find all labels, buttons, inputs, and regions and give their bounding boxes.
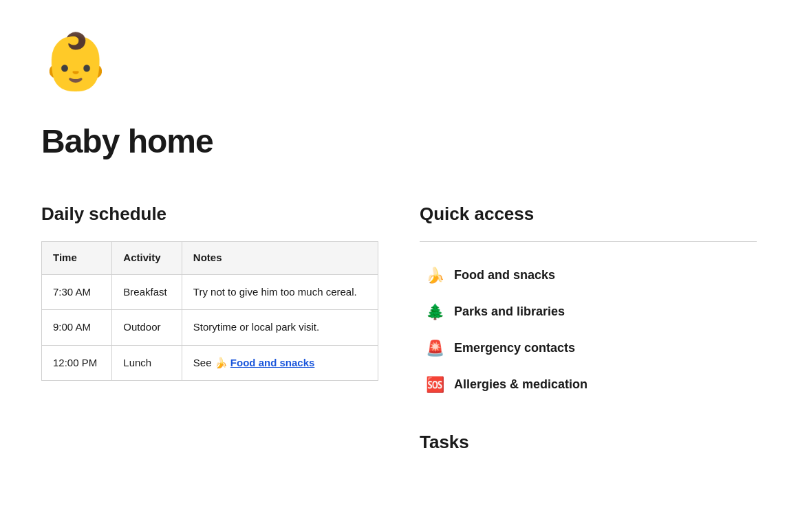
food-and-snacks-link[interactable]: Food and snacks [230,357,315,368]
col-activity: Activity [112,242,182,275]
tasks-section: Tasks [420,429,757,456]
row-notes: Storytime or local park visit. [182,310,378,346]
quick-access-section: Quick access 🍌 Food and snacks 🌲 Parks a… [420,201,757,456]
row-activity: Breakfast [112,274,182,310]
page-title: Baby home [41,117,757,166]
row-notes: See 🍌 Food and snacks [182,345,378,381]
quick-access-item-parks[interactable]: 🌲 Parks and libraries [420,295,757,329]
schedule-table: Time Activity Notes 7:30 AM Breakfast Tr… [41,241,378,381]
emergency-icon: 🚨 [424,337,446,359]
schedule-section: Daily schedule Time Activity Notes 7:30 … [41,201,378,381]
quick-access-food-label: Food and snacks [454,266,555,285]
content-grid: Daily schedule Time Activity Notes 7:30 … [41,201,757,456]
schedule-heading: Daily schedule [41,201,378,228]
sos-icon: 🆘 [424,373,446,396]
table-row: 9:00 AM Outdoor Storytime or local park … [42,310,378,346]
quick-access-emergency-label: Emergency contacts [454,339,575,357]
quick-access-item-food[interactable]: 🍌 Food and snacks [420,258,757,292]
col-notes: Notes [182,242,378,275]
quick-access-allergies-label: Allergies & medication [454,375,587,394]
row-time: 7:30 AM [42,274,112,310]
page-icon: 👶 [41,21,757,103]
quick-access-item-allergies[interactable]: 🆘 Allergies & medication [420,368,757,401]
row-time: 9:00 AM [42,310,112,346]
page-container: 👶 Baby home Daily schedule Time Activity… [0,0,798,476]
tasks-heading: Tasks [420,429,757,456]
table-row: 12:00 PM Lunch See 🍌 Food and snacks [42,345,378,381]
quick-access-heading: Quick access [420,201,757,228]
row-notes: Try not to give him too much cereal. [182,274,378,310]
quick-access-list: 🍌 Food and snacks 🌲 Parks and libraries … [420,258,757,401]
quick-access-parks-label: Parks and libraries [454,302,565,321]
banana-icon: 🍌 [424,264,446,287]
row-activity: Outdoor [112,310,182,346]
food-link-icon: 🍌 [215,357,228,368]
quick-access-item-emergency[interactable]: 🚨 Emergency contacts [420,331,757,365]
row-activity: Lunch [112,345,182,381]
table-row: 7:30 AM Breakfast Try not to give him to… [42,274,378,310]
tree-icon: 🌲 [424,300,446,323]
row-time: 12:00 PM [42,345,112,381]
col-time: Time [42,242,112,275]
quick-access-divider [420,241,757,242]
